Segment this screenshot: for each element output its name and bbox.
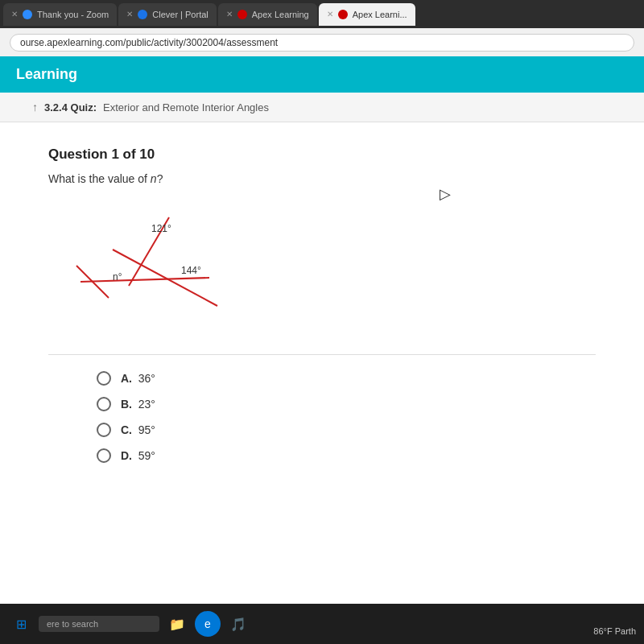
choice-c-letter: C. — [121, 423, 132, 436]
address-bar: ourse.apexlearning.com/public/activity/3… — [0, 28, 644, 56]
edge-icon[interactable]: e — [195, 611, 221, 637]
tab-apex2-label: Apex Learni... — [353, 10, 407, 19]
tab-clever-label: Clever | Portal — [152, 10, 208, 19]
tab-close-apex2[interactable]: ✕ — [327, 10, 333, 19]
angle2-text: n° — [113, 271, 122, 283]
breadcrumb-quiz-prefix: 3.2.4 Quiz: — [44, 101, 97, 114]
quiz-breadcrumb: ↑ 3.2.4 Quiz: Exterior and Remote Interi… — [0, 93, 644, 122]
apex2-icon — [338, 10, 348, 19]
choice-a-label: A. 36° — [121, 372, 155, 385]
tab-apex1-label: Apex Learning — [252, 10, 309, 19]
angle1-text: 121° — [151, 223, 171, 234]
choice-b-letter: B. — [121, 398, 132, 411]
choice-c-value: 95° — [138, 423, 155, 436]
question-header: Question 1 of 10 — [48, 147, 596, 163]
tab-clever[interactable]: ✕ Clever | Portal — [118, 3, 217, 26]
choice-c[interactable]: C. 95° — [97, 423, 596, 437]
address-url[interactable]: ourse.apexlearning.com/public/activity/3… — [10, 34, 634, 52]
choice-d-value: 59° — [138, 449, 155, 462]
tab-bar: ✕ Thank you - Zoom ✕ Clever | Portal ✕ A… — [0, 0, 644, 28]
question-text: What is the value of n? — [48, 172, 596, 185]
radio-a[interactable] — [97, 371, 111, 386]
radio-d[interactable] — [97, 448, 111, 463]
apex1-icon — [237, 10, 247, 19]
apex-header: Learning — [0, 56, 644, 93]
tab-close-clever[interactable]: ✕ — [126, 10, 133, 19]
choice-c-label: C. 95° — [121, 423, 155, 436]
choice-a-value: 36° — [138, 372, 155, 385]
tab-close-zoom[interactable]: ✕ — [11, 10, 18, 19]
diagram-divider — [48, 354, 596, 355]
search-placeholder: ere to search — [47, 619, 98, 629]
tab-apex2[interactable]: ✕ Apex Learni... — [319, 3, 415, 26]
tab-close-apex1[interactable]: ✕ — [226, 10, 233, 19]
angle3-text: 144° — [181, 265, 201, 276]
tab-zoom[interactable]: ✕ Thank you - Zoom — [3, 3, 117, 26]
radio-b[interactable] — [97, 397, 111, 411]
browser-chrome: ✕ Thank you - Zoom ✕ Clever | Portal ✕ A… — [0, 0, 644, 56]
main-content: Question 1 of 10 What is the value of n?… — [0, 122, 644, 605]
breadcrumb-quiz-title: Exterior and Remote Interior Angles — [103, 101, 269, 114]
radio-c[interactable] — [97, 423, 111, 437]
weather-info: 86°F Parth — [593, 626, 636, 636]
choice-b-label: B. 23° — [121, 398, 155, 411]
choice-a-letter: A. — [121, 372, 132, 385]
choice-b-value: 23° — [138, 398, 155, 411]
diagram-svg: 121° n° 144° — [64, 201, 225, 330]
taskbar-app-icon[interactable]: 🎵 — [225, 611, 251, 637]
geometry-diagram: 121° n° 144° — [64, 201, 225, 330]
apex-brand: Learning — [16, 66, 77, 83]
taskbar: ⊞ ere to search 📁 e 🎵 86°F Parth — [0, 604, 644, 644]
tab-apex1[interactable]: ✕ Apex Learning — [218, 3, 317, 26]
taskbar-file-icon[interactable]: 📁 — [164, 611, 190, 637]
choice-b[interactable]: B. 23° — [97, 397, 596, 411]
choice-d-label: D. 59° — [121, 449, 155, 462]
choice-a[interactable]: A. 36° — [97, 371, 596, 386]
windows-icon[interactable]: ⊞ — [8, 611, 34, 637]
svg-line-0 — [80, 278, 209, 282]
choice-d-letter: D. — [121, 449, 132, 462]
zoom-icon — [23, 10, 32, 19]
question-text-suffix: ? — [157, 172, 163, 185]
question-variable: n — [151, 172, 157, 185]
breadcrumb-icon: ↑ — [32, 101, 38, 114]
answer-choices: A. 36° B. 23° C. 95° D. 59° — [97, 371, 596, 463]
tab-zoom-label: Thank you - Zoom — [37, 10, 109, 19]
question-text-prefix: What is the value of — [48, 172, 151, 185]
choice-d[interactable]: D. 59° — [97, 448, 596, 463]
clever-icon — [138, 10, 147, 19]
taskbar-search[interactable]: ere to search — [39, 616, 159, 632]
